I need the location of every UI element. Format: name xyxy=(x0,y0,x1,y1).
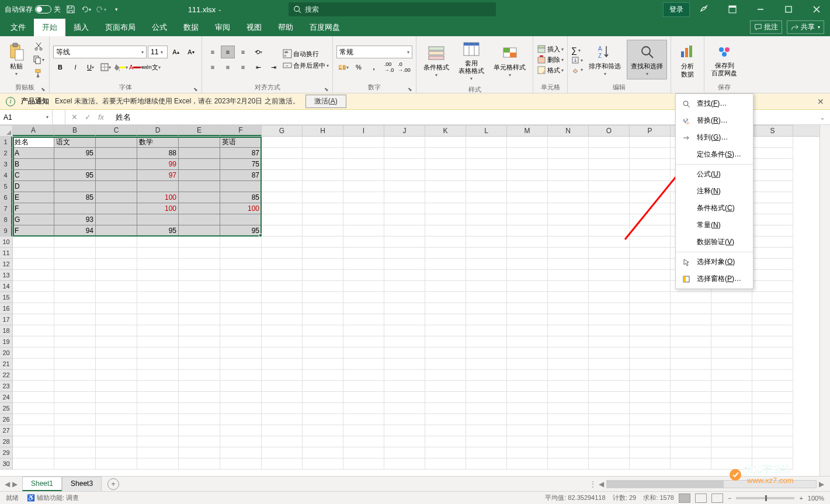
cell[interactable] xyxy=(343,303,384,314)
cell[interactable] xyxy=(179,137,220,148)
cell[interactable] xyxy=(507,381,548,392)
menu-item[interactable]: 查找(F)… xyxy=(676,95,753,112)
cell[interactable] xyxy=(425,403,466,414)
cell[interactable] xyxy=(466,281,507,292)
cell[interactable] xyxy=(343,458,384,470)
cell[interactable] xyxy=(220,436,262,447)
cell[interactable] xyxy=(752,292,793,303)
cell[interactable] xyxy=(96,248,137,259)
cell[interactable] xyxy=(13,403,54,414)
cell[interactable] xyxy=(13,458,54,470)
cell[interactable] xyxy=(507,359,548,370)
cell[interactable] xyxy=(507,281,548,292)
cell[interactable] xyxy=(752,314,793,325)
cell[interactable] xyxy=(507,403,548,414)
cell[interactable] xyxy=(137,359,179,370)
row-header-5[interactable]: 5 xyxy=(0,181,12,192)
cell[interactable] xyxy=(13,370,54,381)
cell[interactable] xyxy=(303,359,343,370)
cell[interactable] xyxy=(220,237,262,248)
cell[interactable] xyxy=(54,325,96,336)
cell[interactable] xyxy=(96,170,137,181)
cell[interactable]: 88 xyxy=(137,148,179,159)
cell[interactable] xyxy=(384,458,425,470)
row-header-25[interactable]: 25 xyxy=(0,403,12,414)
cell[interactable] xyxy=(425,359,466,370)
cell[interactable] xyxy=(303,225,343,237)
cell[interactable] xyxy=(137,325,179,336)
name-box[interactable]: A1▾ xyxy=(0,110,53,124)
cell[interactable] xyxy=(507,303,548,314)
cell[interactable] xyxy=(96,392,137,403)
font-name-combo[interactable]: 等线▾ xyxy=(53,46,147,58)
view-layout-icon[interactable] xyxy=(695,493,707,503)
cell[interactable] xyxy=(96,381,137,392)
cell[interactable] xyxy=(179,425,220,436)
cell[interactable] xyxy=(711,325,752,336)
dialog-launcher-icon[interactable]: ⬊ xyxy=(193,86,198,92)
cell[interactable]: 97 xyxy=(137,170,179,181)
cell[interactable] xyxy=(13,359,54,370)
row-header-1[interactable]: 1 xyxy=(0,137,12,148)
cell[interactable] xyxy=(343,436,384,447)
cell[interactable] xyxy=(630,225,671,237)
cell[interactable] xyxy=(384,225,425,237)
copy-icon[interactable]: ▾ xyxy=(32,53,46,66)
cell[interactable] xyxy=(425,159,466,170)
cell[interactable] xyxy=(752,436,793,447)
cell[interactable] xyxy=(752,281,793,292)
cell[interactable] xyxy=(425,447,466,458)
cell[interactable] xyxy=(96,292,137,303)
cell[interactable] xyxy=(96,359,137,370)
cell[interactable]: 姓名 xyxy=(13,137,54,148)
cell[interactable] xyxy=(343,270,384,281)
cell[interactable] xyxy=(262,259,303,270)
cell[interactable] xyxy=(507,237,548,248)
row-header-22[interactable]: 22 xyxy=(0,370,12,381)
cell[interactable] xyxy=(671,314,711,325)
cell[interactable] xyxy=(671,347,711,359)
cell[interactable] xyxy=(548,192,589,203)
cell[interactable] xyxy=(303,381,343,392)
cell[interactable] xyxy=(137,237,179,248)
cell[interactable] xyxy=(179,458,220,470)
cell[interactable] xyxy=(589,137,630,148)
tab-数据[interactable]: 数据 xyxy=(175,19,207,36)
percent-icon[interactable]: % xyxy=(352,61,366,74)
cell[interactable] xyxy=(262,303,303,314)
cell[interactable] xyxy=(137,314,179,325)
cell[interactable] xyxy=(671,370,711,381)
underline-button[interactable]: U▾ xyxy=(84,61,98,74)
format-painter-icon[interactable] xyxy=(32,67,46,79)
cell[interactable] xyxy=(711,336,752,347)
cell[interactable] xyxy=(548,214,589,225)
cell[interactable] xyxy=(548,392,589,403)
cell[interactable] xyxy=(466,148,507,159)
cell[interactable] xyxy=(384,214,425,225)
cell[interactable] xyxy=(630,325,671,336)
tab-百度网盘[interactable]: 百度网盘 xyxy=(301,19,348,36)
row-header-21[interactable]: 21 xyxy=(0,359,12,370)
tab-开始[interactable]: 开始 xyxy=(34,19,65,36)
cell[interactable] xyxy=(96,159,137,170)
cell[interactable] xyxy=(220,214,262,225)
cell[interactable] xyxy=(425,292,466,303)
cell[interactable] xyxy=(54,359,96,370)
cell[interactable] xyxy=(343,137,384,148)
orientation-icon[interactable]: ⟲▾ xyxy=(251,46,265,58)
cell[interactable] xyxy=(179,359,220,370)
cell[interactable] xyxy=(220,458,262,470)
cell[interactable] xyxy=(630,336,671,347)
cell[interactable] xyxy=(711,314,752,325)
cell[interactable] xyxy=(343,403,384,414)
cell[interactable] xyxy=(220,403,262,414)
cell[interactable] xyxy=(343,237,384,248)
cell[interactable] xyxy=(589,225,630,237)
find-select-button[interactable]: 查找和选择▾ xyxy=(627,40,667,80)
cell[interactable] xyxy=(589,392,630,403)
cell[interactable] xyxy=(220,392,262,403)
cell[interactable] xyxy=(96,214,137,225)
cell[interactable] xyxy=(589,370,630,381)
cell[interactable] xyxy=(711,425,752,436)
qat-customize-icon[interactable]: ▾ xyxy=(111,4,121,15)
